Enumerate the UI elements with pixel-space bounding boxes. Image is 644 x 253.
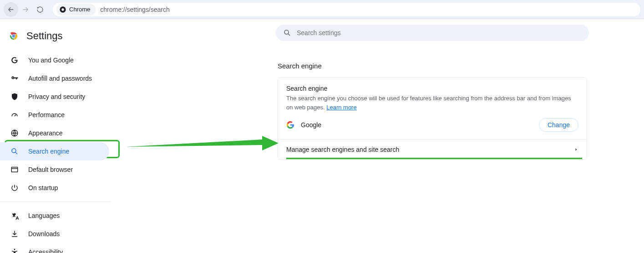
download-icon [10, 229, 19, 238]
chrome-icon [59, 6, 66, 13]
site-chip-label: Chrome [69, 6, 90, 13]
chevron-right-icon [574, 147, 578, 152]
sidebar-item-label: Default browser [28, 166, 73, 173]
reload-icon [36, 6, 44, 13]
translate-icon [10, 211, 19, 220]
sidebar-item-privacy[interactable]: Privacy and security [0, 88, 118, 106]
sidebar-divider [0, 201, 112, 202]
sidebar-item-search-engine[interactable]: Search engine [0, 142, 118, 160]
sidebar-item-label: Search engine [28, 148, 69, 155]
row-title: Search engine [286, 85, 578, 92]
globe-icon [10, 129, 19, 138]
manage-search-engines-row[interactable]: Manage search engines and site search [278, 139, 587, 160]
forward-button[interactable] [18, 2, 33, 17]
svg-point-9 [284, 30, 289, 34]
search-icon [10, 147, 19, 156]
svg-point-6 [12, 149, 16, 153]
current-engine-name: Google [301, 121, 321, 129]
search-engine-row: Search engine The search engine you choo… [278, 77, 587, 139]
reload-button[interactable] [33, 2, 47, 17]
arrow-left-icon [7, 6, 15, 13]
sidebar-item-languages[interactable]: Languages [0, 207, 118, 225]
sidebar-item-label: Autofill and passwords [28, 75, 92, 82]
browser-toolbar: Chrome chrome://settings/search [0, 0, 644, 19]
sidebar-item-appearance[interactable]: Appearance [0, 124, 118, 142]
sidebar-item-label: Downloads [28, 230, 60, 238]
current-engine: Google [286, 121, 321, 129]
sidebar-item-label: Privacy and security [28, 93, 85, 100]
power-icon [10, 183, 19, 192]
sidebar-item-label: Performance [28, 111, 65, 119]
sidebar-item-default-browser[interactable]: Default browser [0, 160, 118, 179]
sidebar-item-label: On startup [28, 184, 58, 191]
sidebar-item-autofill[interactable]: Autofill and passwords [0, 69, 118, 88]
svg-rect-7 [11, 167, 18, 172]
google-logo-icon [286, 121, 294, 129]
sidebar: Settings You and Google Autofill and pas… [0, 19, 118, 253]
sidebar-item-downloads[interactable]: Downloads [0, 225, 118, 243]
sidebar-item-label: You and Google [28, 57, 74, 64]
speedometer-icon [10, 110, 19, 119]
sidebar-item-on-startup[interactable]: On startup [0, 179, 118, 197]
svg-point-8 [14, 249, 15, 250]
site-chip: Chrome [56, 4, 96, 15]
svg-point-1 [61, 8, 64, 10]
accessibility-icon [10, 248, 19, 253]
address-bar[interactable]: Chrome chrome://settings/search [53, 3, 640, 16]
change-button[interactable]: Change [539, 118, 578, 132]
sidebar-item-label: Appearance [28, 129, 63, 137]
url-text: chrome://settings/search [100, 6, 170, 13]
sidebar-header: Settings [0, 28, 118, 51]
sidebar-item-label: Accessibility [28, 248, 63, 253]
key-icon [10, 74, 19, 83]
sidebar-item-label: Languages [28, 212, 60, 219]
page-title: Settings [26, 30, 63, 42]
row-description: The search engine you choose will be use… [286, 94, 578, 112]
sidebar-item-performance[interactable]: Performance [0, 106, 118, 124]
shield-icon [10, 92, 19, 101]
manage-label: Manage search engines and site search [286, 146, 399, 153]
chrome-logo-icon [8, 31, 19, 41]
main-panel: Search engine Search engine The search e… [118, 19, 644, 253]
sidebar-item-you-and-google[interactable]: You and Google [0, 51, 118, 69]
arrow-right-icon [22, 6, 29, 13]
browser-icon [10, 165, 19, 174]
learn-more-link[interactable]: Learn more [326, 104, 356, 111]
google-g-icon [10, 56, 19, 65]
search-engine-card: Search engine The search engine you choo… [278, 77, 587, 160]
search-settings-box[interactable] [276, 25, 589, 41]
back-button[interactable] [4, 2, 18, 17]
search-icon [283, 29, 291, 37]
section-title: Search engine [278, 62, 322, 70]
search-settings-input[interactable] [297, 29, 582, 36]
sidebar-item-accessibility[interactable]: Accessibility [0, 243, 118, 253]
annotation-underline [286, 158, 582, 159]
